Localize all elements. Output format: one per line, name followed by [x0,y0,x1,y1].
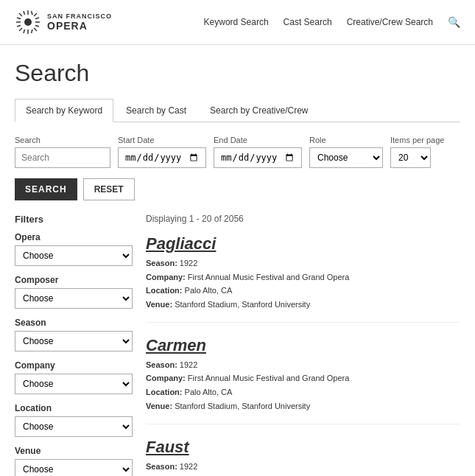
result-company: Company: First Annual Music Festival and… [146,473,460,476]
company-filter-group: Company Choose [15,360,133,394]
result-venue: Venue: Stanford Stadium, Stanford Univer… [146,399,460,413]
main-layout: Filters Opera Choose Composer Choose Sea… [15,214,460,476]
tab-creative-crew[interactable]: Search by Creative/Crew [199,99,319,122]
page-title: Search [15,60,460,87]
search-group: Search [15,136,110,168]
logo-opera: OPERA [47,20,112,32]
result-location: Location: Palo Alto, CA [146,385,460,399]
svg-line-13 [17,26,21,27]
result-item: Pagliacci Season: 1922 Company: First An… [146,234,460,323]
logo-icon [15,9,41,35]
header: SAN FRANCISCO OPERA Keyword Search Cast … [0,0,475,45]
svg-line-6 [34,28,37,31]
logo: SAN FRANCISCO OPERA [15,9,112,35]
season-filter-label: Season [15,318,133,328]
svg-line-12 [35,26,39,27]
season-filter-group: Season Choose [15,318,133,351]
search-label: Search [15,136,110,144]
result-item: Faust Season: 1922 Company: First Annual… [146,438,460,477]
search-form: Search Start Date End Date Role Choose I… [15,136,460,168]
svg-point-0 [24,18,32,26]
company-filter-select[interactable]: Choose [15,374,133,394]
result-item: Carmen Season: 1922 Company: First Annua… [146,336,460,424]
company-filter-label: Company [15,360,133,371]
result-title[interactable]: Pagliacci [146,234,460,253]
result-season: Season: 1922 [146,358,460,372]
nav-keyword-search[interactable]: Keyword Search [204,17,269,27]
result-title[interactable]: Carmen [146,336,460,355]
result-title[interactable]: Faust [146,438,460,457]
result-meta: Season: 1922 Company: First Annual Music… [146,256,460,312]
logo-text: SAN FRANCISCO OPERA [47,13,112,32]
venue-filter-group: Venue Choose [15,446,133,476]
nav-creative-crew-search[interactable]: Creative/Crew Search [347,17,433,27]
venue-filter-select[interactable]: Choose [15,459,133,476]
end-date-input[interactable] [214,147,302,168]
start-date-label: Start Date [118,136,206,144]
logo-city: SAN FRANCISCO [47,13,112,20]
svg-line-14 [35,18,39,19]
results-count: Displaying 1 - 20 of 2056 [146,214,460,224]
composer-filter-select[interactable]: Choose [15,288,133,309]
items-per-page-select[interactable]: 20 50 100 [390,147,431,168]
result-meta: Season: 1922 Company: First Annual Music… [146,358,460,413]
opera-filter-select[interactable]: Choose [15,245,133,266]
results-panel: Displaying 1 - 20 of 2056 Pagliacci Seas… [146,214,460,476]
results-list: Pagliacci Season: 1922 Company: First An… [146,234,460,476]
items-per-page-group: Items per page 20 50 100 [390,136,444,168]
result-season: Season: 1922 [146,256,460,270]
button-row: SEARCH RESET [15,178,460,200]
search-input[interactable] [15,147,110,168]
svg-line-7 [34,13,37,16]
composer-filter-group: Composer Choose [15,275,133,309]
tab-keyword[interactable]: Search by Keyword [15,99,113,122]
composer-filter-label: Composer [15,275,133,285]
svg-line-11 [17,18,21,19]
end-date-label: End Date [214,136,302,144]
filters-panel: Filters Opera Choose Composer Choose Sea… [15,214,133,476]
result-location: Location: Palo Alto, CA [146,284,460,298]
filters-title: Filters [15,214,133,225]
items-per-page-label: Items per page [390,136,444,144]
svg-line-10 [32,29,33,33]
reset-button[interactable]: RESET [83,178,135,200]
main-nav: Keyword Search Cast Search Creative/Crew… [204,16,460,28]
nav-cast-search[interactable]: Cast Search [284,17,332,27]
start-date-input[interactable] [118,147,206,168]
tab-bar: Search by Keyword Search by Cast Search … [15,99,460,122]
result-season: Season: 1922 [146,460,460,474]
svg-line-5 [19,13,22,16]
opera-filter-group: Opera Choose [15,232,133,266]
svg-line-15 [24,29,25,33]
svg-line-8 [19,28,22,31]
role-select[interactable]: Choose [309,147,383,168]
search-icon[interactable]: 🔍 [448,16,460,28]
role-label: Role [309,136,383,144]
season-filter-select[interactable]: Choose [15,331,133,351]
result-venue: Venue: Stanford Stadium, Stanford Univer… [146,298,460,312]
search-button[interactable]: SEARCH [15,178,77,200]
location-filter-select[interactable]: Choose [15,416,133,437]
svg-line-9 [24,11,25,15]
location-filter-label: Location [15,403,133,413]
opera-filter-label: Opera [15,232,133,242]
result-company: Company: First Annual Music Festival and… [146,270,460,284]
start-date-group: Start Date [118,136,206,168]
result-meta: Season: 1922 Company: First Annual Music… [146,460,460,477]
result-company: Company: First Annual Music Festival and… [146,371,460,385]
role-group: Role Choose [309,136,383,168]
page-content: Search Search by Keyword Search by Cast … [0,45,475,476]
svg-line-16 [32,11,33,15]
venue-filter-label: Venue [15,446,133,456]
tab-cast[interactable]: Search by Cast [115,99,197,122]
end-date-group: End Date [214,136,302,168]
location-filter-group: Location Choose [15,403,133,437]
